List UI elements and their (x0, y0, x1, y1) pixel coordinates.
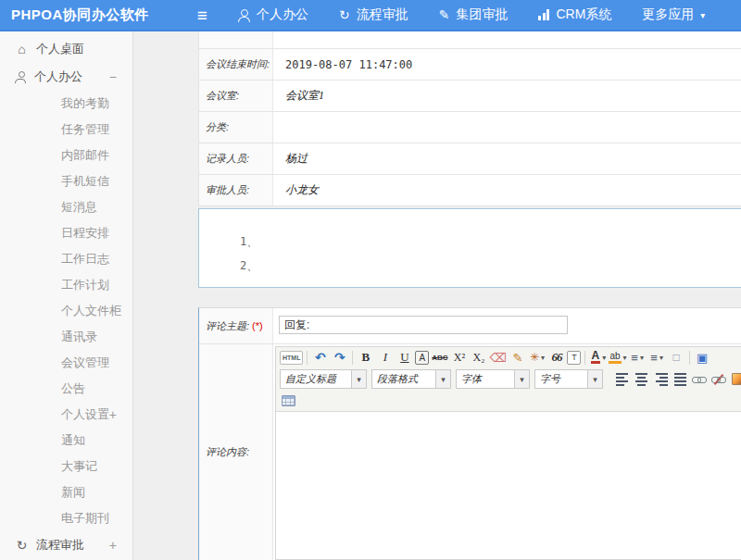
field-value (273, 31, 741, 48)
align-left-button[interactable] (613, 371, 631, 388)
format-brush-icon[interactable]: ✎ (509, 349, 526, 366)
table-row-meeting-end-time: 会议结束时间: 2019-08-07 11:47:00 (199, 49, 741, 81)
new-page-button[interactable]: □ (668, 349, 685, 366)
editor-toolbar-row-3 (276, 391, 741, 412)
paragraph-format-select[interactable]: 段落格式 ▾ (371, 369, 451, 389)
brand-logo[interactable]: PHPOA协同办公软件 (0, 6, 149, 24)
redo-button[interactable]: ↷ (331, 349, 348, 366)
nav-item-workflow-approval[interactable]: ↻ 流程审批 (339, 6, 408, 23)
nav-item-group-approval[interactable]: ✎ 集团审批 (439, 6, 509, 23)
insert-table-button[interactable] (280, 392, 297, 409)
sidebar-item-personal-desktop[interactable]: ⌂ 个人桌面 (0, 35, 132, 63)
highlight-color-button[interactable]: ab ▾ (609, 349, 626, 366)
heading-select[interactable]: 自定义标题 ▾ (280, 369, 367, 389)
table-row-approver: 审批人员: 小龙女 (199, 175, 741, 206)
sidebar-item-label: 个人文件柜 (61, 303, 121, 319)
field-value: 会议室1 (273, 81, 741, 111)
undo-button[interactable]: ↶ (311, 349, 329, 366)
sidebar-item-personal-office[interactable]: 个人办公 − (0, 63, 132, 91)
source-code-button[interactable]: HTML (280, 351, 303, 365)
sidebar-item-short-message[interactable]: 短消息 (0, 194, 132, 220)
expand-icon[interactable]: + (109, 407, 117, 422)
nav-item-personal-office[interactable]: 个人办公 (238, 6, 308, 23)
sidebar-item-schedule[interactable]: 日程安排 (0, 220, 132, 246)
nav-label: 更多应用 (642, 6, 694, 23)
insert-link-button[interactable] (691, 371, 709, 388)
remove-format-button[interactable]: A (415, 351, 429, 365)
unordered-list-button[interactable]: ≡ ▾ (648, 349, 666, 366)
collapse-icon[interactable]: − (109, 69, 117, 84)
sidebar-item-contacts[interactable]: 通讯录 (0, 324, 132, 350)
sidebar-item-internal-mail[interactable]: 内部邮件 (0, 143, 132, 168)
select-label: 自定义标题 (281, 372, 351, 386)
toolbar-separator (689, 351, 690, 365)
chevron-down-icon: ▾ (623, 354, 627, 362)
superscript-button[interactable]: X² (450, 349, 468, 366)
chevron-down-icon: ▾ (700, 10, 705, 20)
nav-label: 流程审批 (357, 6, 408, 23)
align-center-button[interactable] (633, 371, 650, 388)
field-value: HTML ↶ ↷ B I U A ABC X² X₂ ⌫ (273, 344, 741, 560)
chevron-down-icon: ▾ (602, 354, 606, 362)
editor-content-area[interactable] (276, 412, 741, 559)
sidebar-item-notification[interactable]: 通知 (0, 428, 132, 454)
align-justify-button[interactable] (672, 371, 689, 388)
remove-link-button[interactable] (710, 371, 728, 388)
nav-item-more-apps[interactable]: 更多应用 ▾ (642, 6, 705, 23)
eraser-icon[interactable]: ⌫ (489, 349, 507, 366)
underline-button[interactable]: U (396, 349, 413, 366)
strikethrough-button[interactable]: ABC (431, 349, 448, 366)
meeting-minutes-box: 1、 2、 (198, 208, 741, 288)
field-value (273, 112, 741, 143)
font-color-button[interactable]: A ▾ (589, 349, 607, 366)
ordered-list-button[interactable]: ≡ ▾ (629, 349, 647, 366)
editor-toolbar-row-2: 自定义标题 ▾ 段落格式 ▾ 字体 ▾ (276, 367, 741, 391)
unordered-list-icon: ≡ (650, 351, 658, 365)
hamburger-menu-icon[interactable]: ≡ (197, 6, 207, 24)
sidebar-item-label: 工作计划 (61, 277, 109, 293)
sidebar-item-work-plan[interactable]: 工作计划 (0, 272, 132, 298)
font-family-select[interactable]: 字体 ▾ (456, 369, 530, 389)
sidebar-item-task-management[interactable]: 任务管理 (0, 117, 132, 143)
sidebar-item-news[interactable]: 新闻 (0, 479, 132, 505)
fullscreen-button[interactable]: ▣ (694, 349, 711, 366)
sidebar-item-workflow-approval[interactable]: ↻ 流程审批 + (0, 531, 132, 559)
sidebar-item-label: 公告 (61, 380, 85, 397)
table-row-recorder: 记录人员: 杨过 (199, 143, 741, 175)
chevron-down-icon: ▾ (514, 370, 529, 388)
sidebar-item-announcement[interactable]: 公告 (0, 376, 132, 402)
cycle-icon: ↻ (15, 539, 29, 552)
sidebar-item-e-journal[interactable]: 电子期刊 (0, 505, 132, 531)
bold-button[interactable]: B (357, 349, 374, 366)
sidebar-item-personal-settings[interactable]: 个人设置 + (0, 402, 132, 428)
font-color-icon: A (591, 351, 601, 364)
italic-button[interactable]: I (376, 349, 394, 366)
insert-image-button[interactable] (730, 371, 741, 388)
align-right-button[interactable] (652, 371, 670, 388)
sidebar-item-label: 流程审批 (36, 537, 84, 554)
sidebar-item-label: 个人桌面 (36, 41, 84, 57)
sidebar-item-mobile-sms[interactable]: 手机短信 (0, 168, 132, 194)
align-justify-icon (674, 372, 687, 387)
minutes-line: 2、 (240, 254, 741, 278)
nav-item-crm-system[interactable]: CRM系统 (538, 6, 611, 23)
font-size-select[interactable]: 字号 ▾ (534, 369, 603, 389)
sidebar-item-work-log[interactable]: 工作日志 (0, 246, 132, 272)
field-value (273, 308, 741, 343)
expand-icon[interactable]: + (109, 538, 117, 553)
paste-as-text-button[interactable]: T (567, 351, 581, 365)
bar-chart-icon (538, 9, 549, 20)
field-label: 记录人员: (199, 143, 273, 174)
sidebar-item-label: 工作日志 (61, 251, 109, 268)
minutes-line: 1、 (240, 230, 741, 254)
comment-subject-input[interactable] (279, 316, 568, 334)
sidebar-menu: ⌂ 个人桌面 个人办公 − 我的考勤 任务管理 内部邮件 手机短信 短消息 日程… (0, 31, 132, 559)
blockquote-button[interactable]: 66 (547, 349, 565, 366)
subscript-button[interactable]: X₂ (470, 349, 487, 366)
sidebar-item-memorabilia[interactable]: 大事记 (0, 454, 132, 479)
sidebar-item-personal-file-cabinet[interactable]: 个人文件柜 (0, 298, 132, 324)
nav-label: CRM系统 (556, 6, 611, 23)
sidebar-item-my-attendance[interactable]: 我的考勤 (0, 91, 132, 117)
sidebar-item-meeting-management[interactable]: 会议管理 (0, 350, 132, 376)
quick-format-button[interactable]: ✳ ▾ (528, 349, 546, 366)
